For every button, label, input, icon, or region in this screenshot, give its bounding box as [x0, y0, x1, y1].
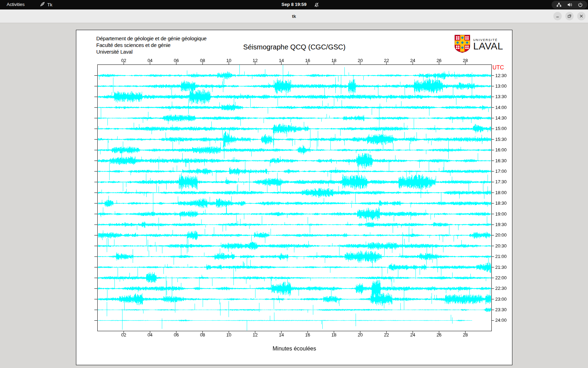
utc-time-label: 12:30 [495, 73, 507, 78]
x-tick-label-top: 24 [410, 58, 415, 63]
x-tick-label-top: 28 [463, 58, 468, 63]
utc-time-label: 23:30 [495, 307, 507, 312]
seismograph-figure: Département de géologie et de génie géol… [76, 30, 512, 365]
utc-time-label: 20:00 [495, 233, 507, 237]
close-icon [579, 14, 583, 18]
x-tick-label-bottom: 04 [147, 332, 152, 338]
x-tick-label-bottom: 16 [305, 332, 310, 338]
focused-app-label: Tk [47, 2, 52, 7]
utc-time-label: 16:00 [495, 148, 507, 152]
logo-text-laval: LAVAL [473, 42, 503, 51]
x-tick-label-bottom: 06 [174, 332, 178, 338]
notifications-disabled-icon [314, 2, 319, 7]
utc-time-label: 20:30 [495, 244, 507, 248]
x-tick-label-bottom: 12 [253, 332, 258, 338]
x-tick-label-bottom: 24 [410, 332, 415, 338]
volume-icon [567, 2, 573, 7]
x-tick-label-top: 04 [147, 58, 152, 63]
restore-button[interactable] [565, 12, 574, 20]
utc-time-label: 18:30 [495, 201, 507, 205]
minimize-button[interactable] [553, 12, 562, 20]
x-tick-label-top: 26 [436, 58, 441, 63]
x-axis-title: Minutes écoulées [273, 346, 316, 352]
utc-time-label: 13:00 [495, 84, 507, 88]
x-tick-label-bottom: 10 [226, 332, 231, 338]
utc-time-label: 24:00 [495, 318, 507, 322]
window-titlebar[interactable]: tk [0, 9, 588, 23]
utc-time-label: 18:00 [495, 190, 507, 195]
clock-button[interactable]: Sep 8 19:59 [281, 0, 307, 9]
x-tick-label-bottom: 18 [331, 332, 336, 338]
utc-time-label: 23:00 [495, 297, 507, 301]
utc-label: UTC [492, 64, 504, 71]
header-line-1: Département de géologie et de génie géol… [96, 35, 206, 42]
utc-time-label: 17:30 [495, 179, 507, 184]
universite-laval-logo: UNIVERSITÉ LAVAL [454, 35, 503, 54]
utc-time-label: 14:00 [495, 105, 507, 110]
utc-time-label: 14:30 [495, 116, 507, 120]
x-tick-label-bottom: 20 [358, 332, 363, 338]
focused-app-menu[interactable]: Tk [40, 0, 52, 9]
x-tick-label-top: 22 [384, 58, 389, 63]
power-icon [578, 2, 583, 7]
x-tick-label-top: 12 [253, 58, 258, 63]
utc-time-label: 22:00 [495, 275, 507, 280]
wired-network-icon [556, 2, 562, 7]
utc-time-label: 17:00 [495, 169, 507, 173]
x-tick-label-top: 06 [174, 58, 178, 63]
utc-time-label: 16:30 [495, 158, 507, 163]
x-tick-label-top: 18 [331, 58, 336, 63]
utc-time-label: 15:30 [495, 137, 507, 142]
utc-time-label: 13:30 [495, 94, 507, 99]
laval-shield-icon [454, 35, 470, 54]
institution-header: Département de géologie et de génie géol… [96, 35, 206, 55]
x-tick-label-bottom: 02 [121, 332, 126, 338]
utc-time-label: 21:30 [495, 265, 507, 270]
tk-feather-icon [40, 2, 45, 8]
figure-title: Séismographe QCQ (CGC/GSC) [243, 43, 345, 51]
activities-button[interactable]: Activities [6, 0, 25, 9]
x-tick-label-bottom: 08 [200, 332, 205, 338]
utc-time-label: 22:30 [495, 286, 507, 291]
system-tray[interactable] [552, 1, 587, 9]
x-tick-label-bottom: 22 [384, 332, 389, 338]
close-button[interactable] [577, 12, 586, 20]
window-content: Département de géologie et de génie géol… [0, 23, 588, 368]
x-tick-label-top: 02 [121, 58, 126, 63]
seismogram-traces [98, 65, 491, 331]
window-title: tk [0, 9, 588, 23]
x-tick-label-top: 20 [358, 58, 363, 63]
header-line-3: Université Laval [96, 48, 206, 55]
restore-icon [567, 14, 572, 18]
x-tick-label-top: 16 [305, 58, 310, 63]
minimize-icon [555, 14, 560, 18]
x-tick-label-top: 14 [279, 58, 284, 63]
header-line-2: Faculté des sciences et de génie [96, 42, 206, 48]
gnome-top-bar: Activities Tk Sep 8 19:59 [0, 0, 588, 9]
utc-time-label: 19:30 [495, 222, 507, 227]
x-tick-label-top: 08 [200, 58, 205, 63]
x-tick-label-top: 10 [226, 58, 231, 63]
x-tick-label-bottom: 26 [436, 332, 441, 338]
x-tick-label-bottom: 14 [279, 332, 284, 338]
utc-time-label: 21:00 [495, 254, 507, 259]
utc-time-label: 19:00 [495, 212, 507, 216]
utc-time-label: 15:00 [495, 126, 507, 131]
x-tick-label-bottom: 28 [463, 332, 468, 338]
